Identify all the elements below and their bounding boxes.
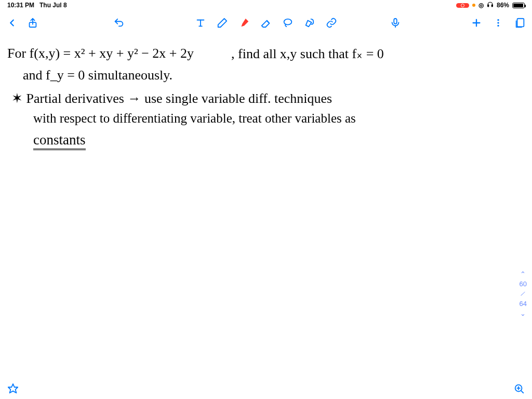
svg-point-5: [497, 19, 499, 21]
svg-marker-9: [8, 384, 18, 393]
add-button[interactable]: [471, 17, 482, 29]
recording-pill[interactable]: [456, 3, 469, 8]
page-navigator: ⌃ 60 ∕ 64 ⌄: [520, 270, 527, 317]
eraser-tool-button[interactable]: [260, 17, 272, 29]
note-line-4: with respect to differentiating variable…: [33, 111, 356, 126]
page-sep: ∕: [522, 290, 525, 298]
note-line-1b: , find all x,y such that fₓ = 0: [231, 46, 384, 62]
target-icon: ◎: [478, 2, 484, 9]
page-up-button[interactable]: ⌃: [520, 270, 526, 278]
status-left: 10:31 PM Thu Jul 8: [7, 2, 67, 9]
svg-point-7: [497, 25, 499, 26]
page-current: 60: [520, 280, 527, 288]
svg-rect-8: [517, 19, 524, 27]
favorite-button[interactable]: [7, 383, 19, 394]
battery-percent: 86%: [497, 2, 509, 9]
share-button[interactable]: [27, 17, 38, 29]
svg-rect-0: [488, 5, 489, 7]
svg-rect-4: [394, 19, 397, 24]
microphone-button[interactable]: [390, 17, 401, 29]
more-button[interactable]: [493, 17, 504, 29]
note-line-2: and f_y = 0 simultaneously.: [23, 68, 172, 83]
link-tool-button[interactable]: [326, 17, 337, 29]
note-line-5: constants: [33, 132, 86, 150]
pencil-tool-button[interactable]: [217, 17, 228, 29]
status-date: Thu Jul 8: [39, 2, 67, 9]
bottom-bar: [0, 378, 532, 399]
text-tool-button[interactable]: [195, 17, 206, 29]
headphone-icon: [487, 1, 494, 9]
status-right: ◎ 86%: [456, 1, 525, 9]
privacy-dot-icon: [472, 4, 475, 7]
svg-rect-1: [491, 5, 493, 7]
battery-icon: [512, 3, 525, 8]
shapes-tool-button[interactable]: [304, 17, 315, 29]
note-line-1a: For f(x,y) = x² + xy + y² − 2x + 2y: [7, 46, 194, 61]
back-button[interactable]: [6, 17, 18, 29]
lasso-tool-button[interactable]: [282, 17, 294, 29]
record-dot-icon: [461, 4, 464, 7]
note-canvas[interactable]: For f(x,y) = x² + xy + y² − 2x + 2y , fi…: [0, 35, 532, 378]
app-toolbar: [0, 10, 532, 35]
svg-point-6: [497, 22, 499, 23]
note-line-3: ✶ Partial derivatives → use single varia…: [11, 90, 332, 107]
status-bar: 10:31 PM Thu Jul 8 ◎ 86%: [0, 0, 532, 10]
zoom-in-button[interactable]: [513, 383, 525, 394]
svg-point-3: [284, 19, 292, 25]
status-time: 10:31 PM: [7, 2, 34, 9]
highlighter-tool-button[interactable]: [238, 17, 250, 29]
page-view-button[interactable]: [514, 17, 526, 29]
undo-button[interactable]: [113, 17, 125, 29]
page-down-button[interactable]: ⌄: [520, 310, 526, 317]
page-total: 64: [520, 300, 527, 308]
